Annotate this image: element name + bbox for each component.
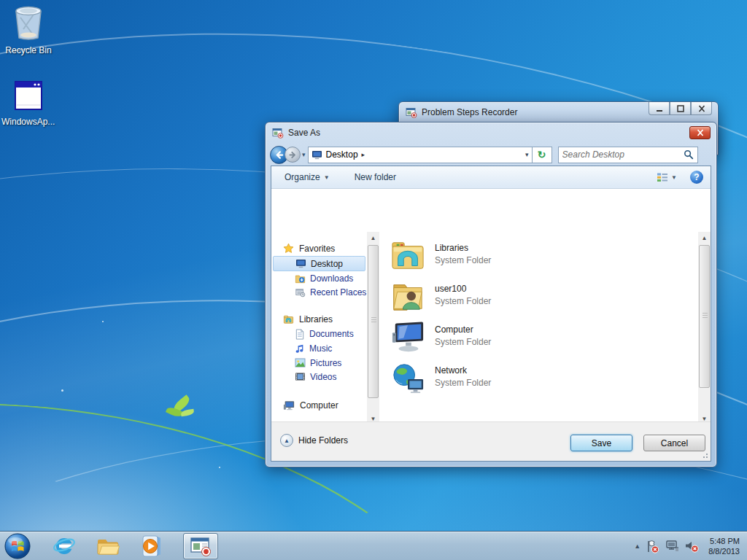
file-name: Computer [435,321,491,335]
hide-folders-button[interactable]: ▲ Hide Folders [280,434,348,447]
file-type: System Folder [435,337,491,347]
forward-button[interactable] [285,147,301,163]
nav-item-desktop[interactable]: Desktop [273,256,365,271]
file-name: Network [435,362,491,376]
videos-icon [295,372,306,381]
steps-recorder-icon [190,536,212,556]
desktop-icon-label: Recycle Bin [2,45,55,55]
taskbar-internet-explorer[interactable] [50,534,79,559]
nav-item-recent-places[interactable]: Recent Places [271,285,367,299]
clock-date: 8/8/2013 [708,546,740,556]
address-dropdown-icon[interactable]: ▾ [525,151,529,158]
nav-item-pictures[interactable]: Pictures [271,356,367,370]
save-as-titlebar[interactable]: Save As [266,122,716,143]
steps-recorder-icon [272,128,284,139]
scrollbar-thumb[interactable] [699,245,710,388]
views-icon [657,172,668,182]
resize-grip[interactable] [701,451,708,459]
collapse-arrow-icon: ▲ [280,434,293,447]
nav-item-music[interactable]: Music [271,341,367,356]
search-input[interactable] [562,149,684,160]
show-hidden-icons-arrow[interactable]: ▲ [634,542,640,550]
file-name: Libraries [435,239,491,253]
chevron-down-icon: ▼ [671,174,677,181]
nav-group-libraries[interactable]: Libraries [271,312,367,327]
history-dropdown-icon[interactable]: ▾ [302,151,306,158]
desktop-icon-recycle-bin[interactable]: Recycle Bin [2,4,55,55]
cancel-button-label: Cancel [661,438,688,448]
favorites-star-icon [283,243,294,254]
application-window-icon [11,80,44,112]
breadcrumb-location[interactable]: Desktop [326,149,358,160]
explorer-folder-icon [96,535,120,557]
desktop-icon-label: WindowsAp... [1,117,54,127]
taskbar-windows-explorer[interactable] [93,534,123,559]
nav-group-label: Computer [300,400,338,411]
file-row-libraries[interactable]: Libraries System Folder [391,239,698,280]
taskbar-media-player[interactable] [138,534,167,559]
libraries-icon [283,314,294,324]
minimize-button[interactable] [649,102,670,115]
clock-time: 5:48 PM [708,536,740,546]
file-row-computer[interactable]: Computer System Folder [391,321,698,362]
refresh-button[interactable]: ↻ [533,147,552,163]
file-row-user100[interactable]: user100 System Folder [391,280,698,321]
action-center-flag-icon[interactable] [646,540,659,553]
computer-icon [283,400,295,411]
maximize-icon [676,104,686,113]
file-text: Computer System Folder [435,321,491,347]
file-list: Libraries System Folder [379,232,698,425]
wallpaper-sparkle [219,467,220,468]
wallpaper-sparkle [102,321,104,322]
save-button[interactable]: Save [570,435,632,451]
desktop-icon-windowsapp[interactable]: WindowsAp... [1,80,54,127]
scroll-up-arrow[interactable]: ▲ [698,232,711,244]
nav-group-label: Favorites [299,244,335,254]
downloads-icon [295,273,306,284]
file-list-scrollbar[interactable]: ▲ ▼ [698,232,711,425]
nav-item-label: Documents [309,329,354,339]
address-breadcrumb[interactable]: Desktop ▸ ▾ [308,147,533,163]
nav-item-label: Videos [310,372,336,382]
new-folder-label: New folder [355,172,396,182]
nav-item-label: Music [309,343,332,354]
organize-button[interactable]: Organize ▼ [279,169,336,185]
psr-titlebar[interactable]: Problem Steps Recorder [399,102,718,122]
address-bar-row: ▾ Desktop ▸ ▾ ↻ [270,144,712,165]
save-as-dialog[interactable]: Save As ▾ [265,122,717,467]
help-button[interactable]: ? [690,171,703,184]
psr-caption-buttons [649,102,712,115]
close-button[interactable] [691,102,712,115]
taskbar-steps-recorder-active[interactable] [183,533,218,559]
start-button[interactable] [3,534,32,559]
nav-item-downloads[interactable]: Downloads [271,271,367,285]
system-tray: ▲ 5:48 PM 8/8/2013 [634,532,747,560]
cancel-button[interactable]: Cancel [643,435,705,451]
desktop: Recycle Bin WindowsAp... Problem Steps R… [0,0,747,560]
volume-muted-icon[interactable] [684,540,699,553]
network-icon[interactable] [665,540,679,553]
maximize-button[interactable] [670,102,691,115]
breadcrumb-chevron-icon[interactable]: ▸ [362,151,365,158]
close-button[interactable] [689,126,711,139]
media-player-icon [141,534,164,558]
user-folder-icon [391,280,425,314]
nav-item-videos[interactable]: Videos [271,370,367,384]
taskbar-clock[interactable]: 5:48 PM 8/8/2013 [704,536,740,556]
nav-group-label: Libraries [299,314,333,324]
scroll-up-arrow[interactable]: ▲ [367,232,379,244]
search-box[interactable] [558,147,698,163]
scrollbar-thumb[interactable] [368,245,379,398]
new-folder-button[interactable]: New folder [349,169,402,185]
close-icon [697,104,707,113]
dialog-client-area: Organize ▼ New folder ▼ [271,166,711,462]
nav-group-favorites[interactable]: Favorites [271,241,367,256]
navigation-scrollbar[interactable]: ▲ ▼ [367,232,379,425]
nav-item-documents[interactable]: Documents [271,327,367,341]
views-button[interactable]: ▼ [651,169,683,185]
file-row-network[interactable]: Network System Folder [391,362,698,402]
pictures-icon [295,358,306,368]
toolbar-right-group: ▼ ? [651,169,703,185]
nav-group-computer[interactable]: Computer [271,398,367,413]
dialog-footer: ▲ Hide Folders Save Cancel [271,421,711,461]
